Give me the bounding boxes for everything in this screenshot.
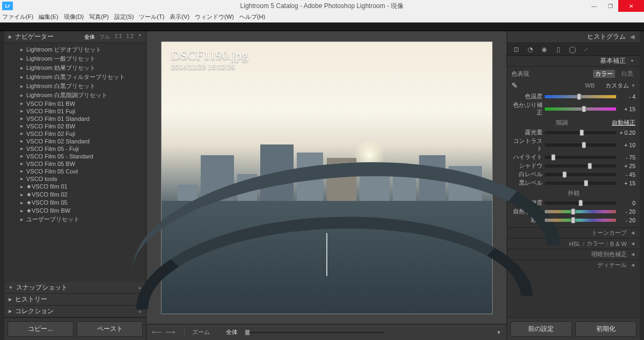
chevron-down-icon[interactable]: ▼ xyxy=(631,83,635,88)
blacks-slider[interactable] xyxy=(545,182,616,185)
preset-item[interactable]: ▶★VSCO film 01 xyxy=(4,183,146,191)
history-header[interactable]: ▶ ヒストリー ◀ xyxy=(4,294,146,306)
whites-value[interactable]: - 45 xyxy=(616,171,635,178)
tone-group-label: 階調 xyxy=(511,119,612,127)
preset-item[interactable]: ▶VSCO Film 01 Fuji xyxy=(4,107,146,115)
preset-item[interactable]: ▶Lightroom 一般プリセット xyxy=(4,54,146,63)
next-photo-button[interactable]: ⟶ xyxy=(165,328,175,336)
brush-icon[interactable]: ⟋ xyxy=(581,45,591,54)
preset-item[interactable]: ▶Lightroom 白黒プリセット xyxy=(4,82,146,91)
snapshots-header[interactable]: ▼ スナップショット + xyxy=(4,282,146,294)
chevron-right-icon: ▶ xyxy=(20,93,23,98)
preset-item[interactable]: ▶VSCO Film 02 BW xyxy=(4,122,146,130)
tint-slider[interactable] xyxy=(545,107,616,111)
preset-item[interactable]: ▶★VSCO film BW xyxy=(4,207,146,215)
preset-item[interactable]: ▶Lightroom 白黒階調プリセット xyxy=(4,91,146,100)
preset-item[interactable]: ▶Lightroom ビデオプリセット xyxy=(4,45,146,54)
filename-label: DSCF1190.jpg xyxy=(171,48,248,63)
redeye-icon[interactable]: ◉ xyxy=(539,45,549,54)
exposure-slider[interactable] xyxy=(545,131,616,134)
gradient-filter-icon[interactable]: ▯ xyxy=(553,45,563,54)
chevron-right-icon: ▶ xyxy=(20,185,23,189)
image-canvas[interactable]: DSCF1190.jpg 2014/11/23 16:02:09 xyxy=(153,37,500,319)
temp-value[interactable]: - 4 xyxy=(616,93,635,100)
menu-view[interactable]: 表示(V) xyxy=(170,13,189,21)
zoom-fit-label[interactable]: 全体 xyxy=(226,328,238,336)
exposure-value[interactable]: + 0.20 xyxy=(616,129,635,136)
eyedropper-icon[interactable]: ✎ xyxy=(511,81,518,90)
radial-filter-icon[interactable]: ◯ xyxy=(567,45,577,54)
preset-item[interactable]: ▶★VSCO film 02 xyxy=(4,191,146,199)
preset-item[interactable]: ▶ユーザープリセット xyxy=(4,215,146,224)
saturation-value[interactable]: - 20 xyxy=(616,217,635,223)
chevron-down-icon[interactable]: ▼ xyxy=(138,33,142,41)
spot-removal-icon[interactable]: ◔ xyxy=(525,45,535,54)
contrast-value[interactable]: + 10 xyxy=(616,142,635,148)
contrast-slider[interactable] xyxy=(545,143,616,147)
preset-item[interactable]: ▶VSCO tools xyxy=(4,175,146,183)
chevron-down-icon[interactable]: ▼ xyxy=(496,330,501,335)
whites-slider[interactable] xyxy=(545,173,616,176)
preset-item[interactable]: ▶VSCO Film 05 Cool xyxy=(4,168,146,175)
histogram-header[interactable]: ヒストグラム ◀ xyxy=(507,31,640,43)
chevron-right-icon: ▶ xyxy=(20,193,23,197)
navigator-header[interactable]: ▶ ナビゲーター 全体 フル 1:1 1:2 ▼ xyxy=(4,31,146,43)
blacks-value[interactable]: + 15 xyxy=(616,180,635,186)
reset-button[interactable]: 初期化 xyxy=(575,321,637,337)
restore-button[interactable]: ❐ xyxy=(602,0,618,12)
menu-develop[interactable]: 現像(D) xyxy=(64,13,84,21)
zoom-1-1[interactable]: 1:1 xyxy=(114,33,122,41)
menu-file[interactable]: ファイル(F) xyxy=(2,13,33,21)
preset-item[interactable]: ▶Lightroom 白黒フィルタープリセット xyxy=(4,73,146,82)
preset-item[interactable]: ▶Lightroom 効果プリセット xyxy=(4,63,146,73)
chevron-right-icon: ▶ xyxy=(20,124,23,128)
vibrance-slider[interactable] xyxy=(545,210,616,213)
paste-button[interactable]: ペースト xyxy=(77,321,143,337)
preset-item[interactable]: ▶VSCO Film 01 Standard xyxy=(4,115,146,122)
zoom-1-2[interactable]: 1:2 xyxy=(126,33,134,41)
prev-photo-button[interactable]: ⟵ xyxy=(152,328,162,336)
zoom-fit[interactable]: 全体 xyxy=(84,33,95,41)
detail-header[interactable]: ディテール◀ xyxy=(507,259,640,270)
basic-panel-header[interactable]: 基本補正 ▼ xyxy=(507,56,640,67)
menu-help[interactable]: ヘルプ(H) xyxy=(239,13,265,21)
menu-photo[interactable]: 写真(P) xyxy=(89,13,109,21)
clarity-value[interactable]: 0 xyxy=(616,200,635,206)
copy-button[interactable]: コピー... xyxy=(8,321,74,337)
tint-value[interactable]: + 15 xyxy=(616,106,635,112)
zoom-fill[interactable]: フル xyxy=(99,33,110,41)
menu-tools[interactable]: ツール(T) xyxy=(139,13,164,21)
split-toning-header[interactable]: 明暗別色補正◀ xyxy=(507,249,640,259)
wb-dropdown[interactable]: カスタム xyxy=(605,82,629,90)
crop-tool-icon[interactable]: ⊡ xyxy=(511,45,521,54)
preset-item[interactable]: ▶★VSCO film 05 xyxy=(4,199,146,207)
preset-item[interactable]: ▶VSCO Film 02 Fuji xyxy=(4,130,146,138)
treatment-bw[interactable]: 白黒 xyxy=(619,70,635,78)
auto-tone-button[interactable]: 自動補正 xyxy=(612,119,635,127)
preset-item[interactable]: ▶VSCO Film 05 - Standard xyxy=(4,153,146,160)
highlights-slider[interactable] xyxy=(545,156,616,159)
menu-window[interactable]: ウィンドウ(W) xyxy=(195,13,234,21)
saturation-slider[interactable] xyxy=(545,219,616,222)
preset-item[interactable]: ▶VSCO Film 01 BW xyxy=(4,100,146,107)
minimize-button[interactable]: — xyxy=(586,0,602,12)
shadows-slider[interactable] xyxy=(545,164,616,168)
clarity-slider[interactable] xyxy=(545,201,616,205)
preset-item[interactable]: ▶VSCO Film 05 - Fuji xyxy=(4,145,146,153)
temp-slider[interactable] xyxy=(545,95,616,98)
close-button[interactable]: ✕ xyxy=(618,0,644,12)
preset-item[interactable]: ▶VSCO Film 05 BW xyxy=(4,160,146,168)
preset-item[interactable]: ▶VSCO Film 02 Standard xyxy=(4,138,146,145)
left-edge[interactable] xyxy=(0,31,4,340)
shadows-value[interactable]: + 25 xyxy=(616,163,635,169)
chevron-left-icon: ◀ xyxy=(630,33,634,40)
menu-edit[interactable]: 編集(E) xyxy=(39,13,58,21)
treatment-color[interactable]: カラー xyxy=(593,70,615,78)
collections-header[interactable]: ▶ コレクション + xyxy=(4,306,146,317)
highlights-value[interactable]: - 75 xyxy=(616,154,635,161)
zoom-slider[interactable] xyxy=(245,332,385,333)
menu-settings[interactable]: 設定(S) xyxy=(114,13,134,21)
previous-button[interactable]: 前の設定 xyxy=(510,321,572,337)
vibrance-value[interactable]: - 20 xyxy=(616,208,635,215)
right-edge[interactable] xyxy=(640,31,644,340)
